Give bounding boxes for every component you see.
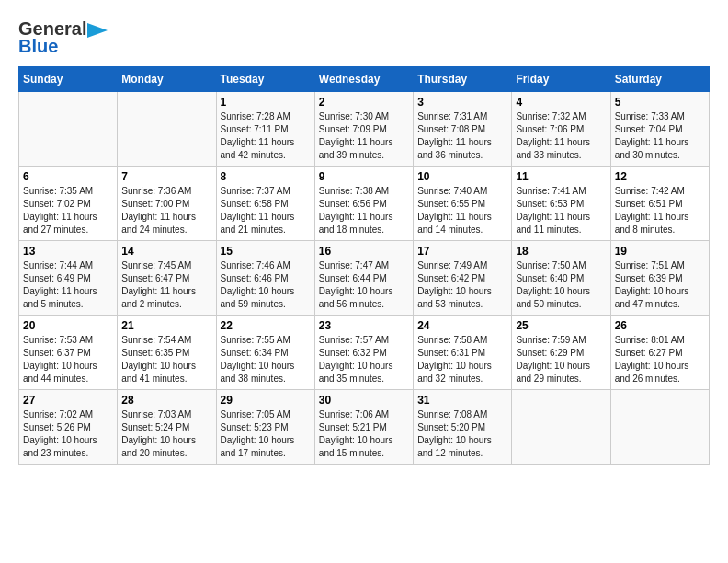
- day-info: Sunrise: 7:31 AM Sunset: 7:08 PM Dayligh…: [417, 110, 507, 162]
- day-number: 23: [319, 319, 409, 332]
- calendar-week-row: 6Sunrise: 7:35 AM Sunset: 7:02 PM Daylig…: [19, 167, 710, 241]
- day-number: 30: [319, 394, 409, 407]
- day-info: Sunrise: 7:30 AM Sunset: 7:09 PM Dayligh…: [319, 110, 409, 162]
- day-info: Sunrise: 7:37 AM Sunset: 6:58 PM Dayligh…: [221, 185, 311, 236]
- day-info: Sunrise: 7:02 AM Sunset: 5:26 PM Dayligh…: [23, 408, 113, 460]
- calendar-cell: 12Sunrise: 7:42 AM Sunset: 6:51 PM Dayli…: [610, 167, 709, 241]
- day-number: 4: [516, 96, 606, 109]
- day-info: Sunrise: 7:46 AM Sunset: 6:46 PM Dayligh…: [221, 259, 311, 311]
- calendar-cell: 9Sunrise: 7:38 AM Sunset: 6:56 PM Daylig…: [314, 167, 413, 241]
- calendar-cell: [610, 390, 709, 465]
- calendar-cell: 20Sunrise: 7:53 AM Sunset: 6:37 PM Dayli…: [19, 316, 118, 390]
- day-info: Sunrise: 7:40 AM Sunset: 6:55 PM Dayligh…: [417, 185, 507, 236]
- calendar-cell: 29Sunrise: 7:05 AM Sunset: 5:23 PM Dayli…: [216, 390, 314, 465]
- day-info: Sunrise: 7:45 AM Sunset: 6:47 PM Dayligh…: [121, 259, 211, 311]
- weekday-header-saturday: Saturday: [610, 67, 709, 92]
- day-number: 11: [516, 170, 606, 183]
- calendar-week-row: 13Sunrise: 7:44 AM Sunset: 6:49 PM Dayli…: [19, 241, 710, 316]
- page-header: General Blue: [18, 18, 710, 57]
- day-number: 5: [615, 96, 705, 109]
- day-info: Sunrise: 7:28 AM Sunset: 7:11 PM Dayligh…: [221, 110, 311, 162]
- weekday-header-friday: Friday: [512, 67, 610, 92]
- calendar-week-row: 1Sunrise: 7:28 AM Sunset: 7:11 PM Daylig…: [19, 92, 710, 167]
- day-number: 6: [23, 170, 113, 183]
- calendar-cell: 25Sunrise: 7:59 AM Sunset: 6:29 PM Dayli…: [512, 316, 610, 390]
- day-info: Sunrise: 7:50 AM Sunset: 6:40 PM Dayligh…: [516, 259, 606, 311]
- day-number: 10: [417, 170, 507, 183]
- calendar-cell: 10Sunrise: 7:40 AM Sunset: 6:55 PM Dayli…: [414, 167, 512, 241]
- day-number: 15: [221, 245, 311, 258]
- day-number: 18: [516, 245, 606, 258]
- day-info: Sunrise: 7:49 AM Sunset: 6:42 PM Dayligh…: [417, 259, 507, 311]
- calendar-cell: 31Sunrise: 7:08 AM Sunset: 5:20 PM Dayli…: [414, 390, 512, 465]
- day-number: 24: [417, 319, 507, 332]
- day-info: Sunrise: 7:33 AM Sunset: 7:04 PM Dayligh…: [615, 110, 705, 162]
- day-number: 8: [221, 170, 311, 183]
- day-number: 31: [417, 394, 507, 407]
- day-number: 22: [221, 319, 311, 332]
- day-number: 1: [221, 96, 311, 109]
- calendar-cell: 5Sunrise: 7:33 AM Sunset: 7:04 PM Daylig…: [610, 92, 709, 167]
- day-info: Sunrise: 7:58 AM Sunset: 6:31 PM Dayligh…: [417, 334, 507, 385]
- day-info: Sunrise: 7:32 AM Sunset: 7:06 PM Dayligh…: [516, 110, 606, 162]
- day-number: 13: [23, 245, 113, 258]
- calendar-cell: 28Sunrise: 7:03 AM Sunset: 5:24 PM Dayli…: [118, 390, 216, 465]
- calendar-cell: 22Sunrise: 7:55 AM Sunset: 6:34 PM Dayli…: [216, 316, 314, 390]
- day-info: Sunrise: 7:08 AM Sunset: 5:20 PM Dayligh…: [417, 408, 507, 460]
- day-number: 16: [319, 245, 409, 258]
- calendar-cell: 6Sunrise: 7:35 AM Sunset: 7:02 PM Daylig…: [19, 167, 118, 241]
- calendar-cell: 13Sunrise: 7:44 AM Sunset: 6:49 PM Dayli…: [19, 241, 118, 316]
- calendar-cell: 3Sunrise: 7:31 AM Sunset: 7:08 PM Daylig…: [414, 92, 512, 167]
- day-info: Sunrise: 7:57 AM Sunset: 6:32 PM Dayligh…: [319, 334, 409, 385]
- day-info: Sunrise: 7:05 AM Sunset: 5:23 PM Dayligh…: [221, 408, 311, 460]
- day-number: 21: [121, 319, 211, 332]
- day-info: Sunrise: 7:36 AM Sunset: 7:00 PM Dayligh…: [121, 185, 211, 236]
- calendar-cell: 27Sunrise: 7:02 AM Sunset: 5:26 PM Dayli…: [19, 390, 118, 465]
- day-number: 12: [615, 170, 705, 183]
- weekday-header-row: SundayMondayTuesdayWednesdayThursdayFrid…: [19, 67, 710, 92]
- calendar-cell: 16Sunrise: 7:47 AM Sunset: 6:44 PM Dayli…: [314, 241, 413, 316]
- day-number: 7: [121, 170, 211, 183]
- day-number: 2: [319, 96, 409, 109]
- day-number: 29: [221, 394, 311, 407]
- day-info: Sunrise: 7:47 AM Sunset: 6:44 PM Dayligh…: [319, 259, 409, 311]
- calendar-cell: 4Sunrise: 7:32 AM Sunset: 7:06 PM Daylig…: [512, 92, 610, 167]
- weekday-header-thursday: Thursday: [414, 67, 512, 92]
- day-number: 3: [417, 96, 507, 109]
- calendar-cell: 26Sunrise: 8:01 AM Sunset: 6:27 PM Dayli…: [610, 316, 709, 390]
- day-info: Sunrise: 7:41 AM Sunset: 6:53 PM Dayligh…: [516, 185, 606, 236]
- day-info: Sunrise: 7:44 AM Sunset: 6:49 PM Dayligh…: [23, 259, 113, 311]
- day-number: 27: [23, 394, 113, 407]
- logo-arrow-icon: [87, 23, 108, 38]
- calendar-cell: 18Sunrise: 7:50 AM Sunset: 6:40 PM Dayli…: [512, 241, 610, 316]
- day-number: 19: [615, 245, 705, 258]
- day-number: 9: [319, 170, 409, 183]
- calendar-cell: 17Sunrise: 7:49 AM Sunset: 6:42 PM Dayli…: [414, 241, 512, 316]
- day-info: Sunrise: 7:06 AM Sunset: 5:21 PM Dayligh…: [319, 408, 409, 460]
- day-info: Sunrise: 7:03 AM Sunset: 5:24 PM Dayligh…: [121, 408, 211, 460]
- day-number: 26: [615, 319, 705, 332]
- calendar-cell: 19Sunrise: 7:51 AM Sunset: 6:39 PM Dayli…: [610, 241, 709, 316]
- day-info: Sunrise: 7:55 AM Sunset: 6:34 PM Dayligh…: [221, 334, 311, 385]
- day-number: 25: [516, 319, 606, 332]
- calendar-cell: [19, 92, 118, 167]
- calendar-cell: 7Sunrise: 7:36 AM Sunset: 7:00 PM Daylig…: [118, 167, 216, 241]
- day-info: Sunrise: 7:53 AM Sunset: 6:37 PM Dayligh…: [23, 334, 113, 385]
- calendar-cell: 30Sunrise: 7:06 AM Sunset: 5:21 PM Dayli…: [314, 390, 413, 465]
- day-info: Sunrise: 8:01 AM Sunset: 6:27 PM Dayligh…: [615, 334, 705, 385]
- weekday-header-tuesday: Tuesday: [216, 67, 314, 92]
- calendar-cell: 8Sunrise: 7:37 AM Sunset: 6:58 PM Daylig…: [216, 167, 314, 241]
- calendar-cell: 21Sunrise: 7:54 AM Sunset: 6:35 PM Dayli…: [118, 316, 216, 390]
- day-info: Sunrise: 7:59 AM Sunset: 6:29 PM Dayligh…: [516, 334, 606, 385]
- day-number: 17: [417, 245, 507, 258]
- calendar-cell: 2Sunrise: 7:30 AM Sunset: 7:09 PM Daylig…: [314, 92, 413, 167]
- calendar-week-row: 27Sunrise: 7:02 AM Sunset: 5:26 PM Dayli…: [19, 390, 710, 465]
- logo-text-blue: Blue: [18, 36, 58, 57]
- day-info: Sunrise: 7:35 AM Sunset: 7:02 PM Dayligh…: [23, 185, 113, 236]
- logo: General Blue: [18, 18, 108, 57]
- day-number: 20: [23, 319, 113, 332]
- calendar-cell: 23Sunrise: 7:57 AM Sunset: 6:32 PM Dayli…: [314, 316, 413, 390]
- calendar-cell: 11Sunrise: 7:41 AM Sunset: 6:53 PM Dayli…: [512, 167, 610, 241]
- day-info: Sunrise: 7:54 AM Sunset: 6:35 PM Dayligh…: [121, 334, 211, 385]
- calendar-cell: [512, 390, 610, 465]
